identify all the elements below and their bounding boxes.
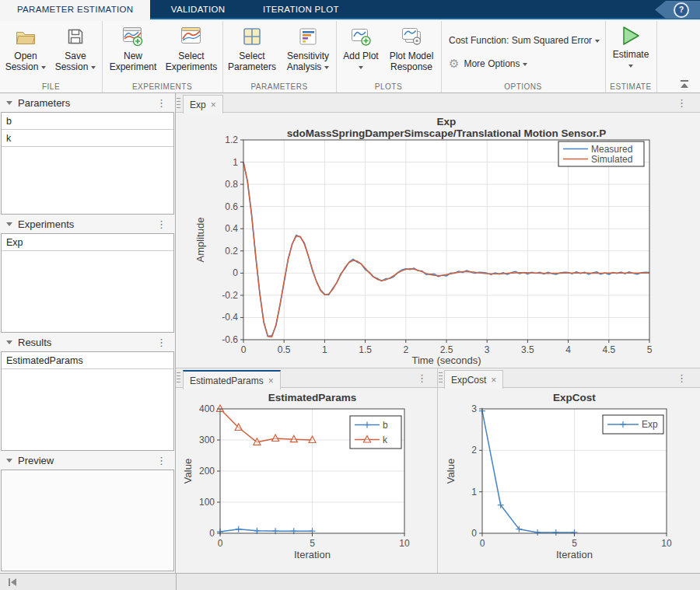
exp-plot-figure: 00.511.522.533.544.55-0.6-0.4-0.200.20.4… bbox=[176, 113, 700, 368]
collapse-left-icon[interactable] bbox=[7, 577, 18, 588]
chevron-down-icon bbox=[41, 66, 46, 72]
collapse-triangle-icon[interactable] bbox=[6, 222, 12, 229]
collapse-triangle-icon[interactable] bbox=[6, 340, 12, 347]
open-session-label: Open bbox=[14, 51, 37, 61]
svg-text:-0.2: -0.2 bbox=[222, 290, 238, 301]
list-item-experiment-exp[interactable]: Exp bbox=[2, 234, 173, 251]
open-session-button[interactable]: Open Session bbox=[2, 23, 50, 72]
section-parameters: Select Parameters Sensitivity Analysis P… bbox=[222, 21, 337, 93]
collapse-triangle-icon[interactable] bbox=[6, 101, 12, 108]
tab-parameter-estimation[interactable]: PARAMETER ESTIMATION bbox=[0, 0, 150, 21]
close-icon[interactable]: × bbox=[491, 375, 496, 386]
tab-expcost-document[interactable]: ExpCost × bbox=[444, 370, 503, 389]
list-item-parameter-k[interactable]: k bbox=[2, 130, 173, 147]
more-options-button[interactable]: ⚙ More Options bbox=[449, 57, 527, 71]
svg-text:-0.4: -0.4 bbox=[222, 312, 238, 323]
tab-exp-document[interactable]: Exp × bbox=[183, 95, 223, 113]
svg-text:1: 1 bbox=[322, 344, 327, 355]
close-icon[interactable]: × bbox=[211, 99, 216, 110]
estimate-button[interactable]: Estimate bbox=[608, 23, 653, 71]
new-experiment-button[interactable]: New Experiment bbox=[105, 23, 161, 72]
list-item-result-estimatedparams[interactable]: EstimatedParams bbox=[2, 352, 173, 369]
svg-text:Iteration: Iteration bbox=[294, 549, 331, 560]
svg-text:4.5: 4.5 bbox=[602, 344, 615, 355]
expcost-chart: 05100123ExpCostIterationValueExp bbox=[438, 388, 700, 576]
estimatedparams-tab-bar: EstimatedParams × ⋮ bbox=[176, 368, 437, 388]
kebab-menu-icon[interactable]: ⋮ bbox=[154, 337, 169, 348]
chevron-down-icon bbox=[324, 66, 329, 72]
svg-text:4: 4 bbox=[565, 344, 571, 355]
section-file: Open Session Save Session FILE bbox=[0, 21, 103, 93]
sensitivity-analysis-button[interactable]: Sensitivity Analysis bbox=[282, 23, 334, 72]
tab-estimatedparams-document[interactable]: EstimatedParams × bbox=[183, 370, 281, 389]
tab-estimatedparams-label: EstimatedParams bbox=[190, 375, 264, 386]
experiments-panel-title: Experiments bbox=[18, 218, 74, 230]
svg-text:400: 400 bbox=[199, 403, 215, 414]
svg-text:EstimatedParams: EstimatedParams bbox=[268, 392, 356, 403]
select-experiments-button[interactable]: Select Experiments bbox=[163, 23, 220, 72]
svg-text:5: 5 bbox=[310, 538, 315, 549]
save-session-button[interactable]: Save Session bbox=[51, 23, 100, 72]
tab-expcost-label: ExpCost bbox=[451, 375, 486, 386]
section-label-estimate: ESTIMATE bbox=[605, 82, 656, 91]
estimatedparams-figure: 05100100200300400EstimatedParamsIteratio… bbox=[176, 388, 437, 573]
svg-text:0.8: 0.8 bbox=[225, 179, 238, 190]
svg-text:1.2: 1.2 bbox=[225, 134, 238, 145]
select-experiments-label2: Experiments bbox=[166, 61, 218, 72]
section-estimate: Estimate ESTIMATE bbox=[605, 21, 657, 93]
collapse-toolstrip-icon[interactable] bbox=[680, 78, 689, 86]
svg-text:1: 1 bbox=[233, 157, 238, 168]
kebab-menu-icon[interactable]: ⋮ bbox=[154, 455, 169, 466]
kebab-menu-icon[interactable]: ⋮ bbox=[154, 218, 169, 230]
plot-model-response-icon bbox=[384, 23, 439, 51]
results-panel-header: Results ⋮ bbox=[0, 333, 175, 351]
list-item-parameter-b[interactable]: b bbox=[2, 113, 173, 130]
tab-validation[interactable]: VALIDATION bbox=[154, 0, 243, 19]
sensitivity-analysis-label: Sensitivity bbox=[287, 51, 329, 61]
tab-iteration-plot[interactable]: ITERATION PLOT bbox=[246, 0, 356, 19]
svg-text:0: 0 bbox=[471, 528, 477, 539]
splitter-handle[interactable] bbox=[439, 372, 443, 382]
chevron-down-icon bbox=[359, 66, 363, 72]
browser-sidebar: Parameters ⋮ b k Experiments ⋮ Exp Resul… bbox=[0, 93, 176, 573]
select-parameters-button[interactable]: Select Parameters bbox=[224, 23, 280, 72]
plot-model-response-button[interactable]: Plot Model Response bbox=[384, 23, 439, 72]
cost-function-dropdown[interactable]: Cost Function: Sum Squared Error bbox=[449, 35, 600, 46]
results-list: EstimatedParams bbox=[1, 351, 174, 451]
svg-text:Time (seconds): Time (seconds) bbox=[411, 354, 481, 366]
kebab-menu-icon[interactable]: ⋮ bbox=[674, 97, 689, 109]
svg-text:b: b bbox=[383, 420, 388, 431]
help-button[interactable]: ? bbox=[655, 1, 700, 19]
results-panel-title: Results bbox=[18, 337, 51, 348]
save-session-label2: Session bbox=[55, 61, 89, 72]
new-experiment-label: New bbox=[124, 51, 142, 61]
select-parameters-icon bbox=[224, 23, 280, 51]
save-session-icon bbox=[51, 23, 100, 51]
svg-text:2: 2 bbox=[471, 445, 477, 456]
svg-text:200: 200 bbox=[199, 466, 215, 477]
chevron-down-icon bbox=[91, 66, 96, 72]
close-icon[interactable]: × bbox=[268, 375, 274, 386]
parameters-list: b k bbox=[1, 112, 174, 215]
expcost-tab-bar: ExpCost × ⋮ bbox=[438, 368, 700, 388]
kebab-menu-icon[interactable]: ⋮ bbox=[154, 97, 169, 109]
more-options-label: More Options bbox=[464, 58, 520, 69]
svg-text:10: 10 bbox=[661, 538, 672, 549]
svg-text:0.2: 0.2 bbox=[225, 246, 238, 257]
kebab-menu-icon[interactable]: ⋮ bbox=[674, 372, 689, 384]
section-label-experiments: EXPERIMENTS bbox=[102, 82, 222, 91]
open-session-label2: Session bbox=[5, 61, 39, 72]
experiments-panel-header: Experiments ⋮ bbox=[0, 215, 175, 233]
kebab-menu-icon[interactable]: ⋮ bbox=[415, 372, 429, 384]
collapse-triangle-icon[interactable] bbox=[6, 459, 12, 466]
add-plot-button[interactable]: Add Plot bbox=[338, 23, 384, 72]
chevron-down-icon bbox=[595, 40, 600, 45]
svg-text:3.5: 3.5 bbox=[521, 344, 534, 355]
toolstrip-tab-bar: PARAMETER ESTIMATION VALIDATION ITERATIO… bbox=[0, 0, 700, 19]
splitter-handle[interactable] bbox=[177, 98, 180, 108]
svg-text:2.5: 2.5 bbox=[440, 344, 453, 355]
select-experiments-icon bbox=[163, 23, 220, 51]
section-options: Cost Function: Sum Squared Error ⚙ More … bbox=[441, 21, 606, 93]
splitter-handle[interactable] bbox=[177, 372, 180, 382]
cost-function-label: Cost Function: Sum Squared Error bbox=[449, 35, 592, 46]
